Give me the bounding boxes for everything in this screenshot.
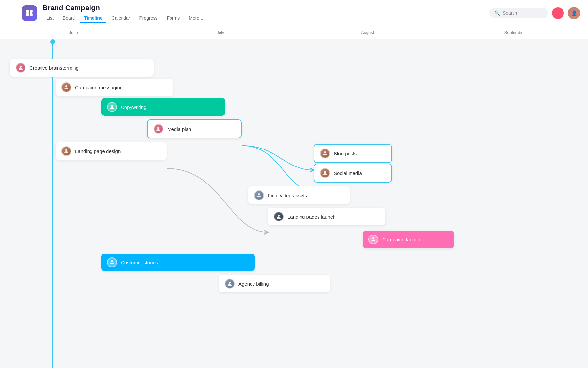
tab-forms[interactable]: Forms bbox=[163, 14, 184, 23]
svg-rect-3 bbox=[30, 13, 33, 16]
task-landing-page-design[interactable]: Landing page design bbox=[56, 142, 167, 160]
month-june: June bbox=[0, 26, 147, 39]
header: Brand Campaign List Board Timeline Calen… bbox=[0, 0, 588, 26]
task-label-customer: Customer stories bbox=[121, 260, 158, 265]
avatar-landing-design bbox=[61, 146, 71, 156]
avatar-media-plan bbox=[154, 124, 163, 134]
avatar-campaign-launch bbox=[368, 235, 378, 244]
header-actions: 🔍 Search + 👤 bbox=[489, 7, 580, 19]
task-campaign-messaging[interactable]: Campaign messaging bbox=[56, 79, 173, 96]
task-social-media[interactable]: Social media bbox=[314, 164, 392, 183]
task-media-plan[interactable]: Media plan bbox=[147, 119, 242, 138]
svg-point-9 bbox=[324, 151, 326, 153]
avatar-video bbox=[254, 190, 264, 200]
month-july: July bbox=[147, 26, 294, 39]
avatar-landing-launch bbox=[274, 212, 284, 221]
svg-point-5 bbox=[65, 85, 67, 87]
task-agency-billing[interactable]: Agency billing bbox=[219, 275, 330, 292]
task-label-messaging: Campaign messaging bbox=[75, 85, 122, 90]
tab-list[interactable]: List bbox=[42, 14, 57, 23]
search-icon: 🔍 bbox=[495, 10, 500, 16]
app-icon bbox=[22, 5, 37, 21]
tab-timeline[interactable]: Timeline bbox=[80, 14, 106, 23]
task-landing-launch[interactable]: Landing pages launch bbox=[268, 208, 385, 225]
avatar-customer bbox=[107, 257, 117, 267]
task-label-social: Social media bbox=[334, 170, 362, 176]
tab-calendar[interactable]: Calendar bbox=[108, 14, 134, 23]
svg-point-7 bbox=[157, 127, 159, 129]
avatar-messaging bbox=[61, 82, 71, 92]
svg-point-15 bbox=[229, 282, 231, 284]
svg-point-14 bbox=[111, 260, 113, 262]
task-label-agency: Agency billing bbox=[238, 281, 269, 287]
task-label-video: Final video assets bbox=[268, 193, 307, 198]
task-creative-brainstorming[interactable]: Creative brainstorming bbox=[10, 59, 154, 77]
avatar-blog bbox=[320, 149, 330, 158]
task-blog-posts[interactable]: Blog posts bbox=[314, 144, 392, 163]
grid-line-3 bbox=[441, 39, 441, 368]
avatar-creative bbox=[16, 63, 25, 73]
svg-point-11 bbox=[258, 193, 260, 195]
svg-rect-0 bbox=[26, 10, 29, 13]
task-label-media-plan: Media plan bbox=[167, 126, 191, 132]
search-box[interactable]: 🔍 Search bbox=[489, 8, 548, 18]
avatar-agency bbox=[225, 279, 235, 289]
svg-rect-2 bbox=[26, 13, 29, 16]
user-avatar[interactable]: 👤 bbox=[568, 7, 580, 19]
tab-progress[interactable]: Progress bbox=[136, 14, 162, 23]
task-label-copywriting: Copywriting bbox=[121, 104, 146, 110]
nav-tabs: List Board Timeline Calendar Progress Fo… bbox=[42, 14, 484, 23]
task-label-landing-launch: Landing pages launch bbox=[287, 214, 335, 219]
avatar-copywriting bbox=[107, 102, 117, 112]
svg-point-10 bbox=[324, 171, 326, 173]
task-label-campaign-launch: Campaign launch! bbox=[382, 237, 422, 242]
avatar-social bbox=[320, 168, 330, 178]
tab-board[interactable]: Board bbox=[59, 14, 79, 23]
project-title: Brand Campaign bbox=[42, 4, 484, 12]
app-icon-svg bbox=[25, 9, 34, 17]
task-copywriting[interactable]: Copywriting bbox=[101, 98, 225, 116]
timeline-vertical-line bbox=[52, 39, 53, 368]
svg-point-6 bbox=[111, 105, 113, 107]
month-august: August bbox=[294, 26, 441, 39]
task-customer-stories[interactable]: Customer stories bbox=[101, 254, 255, 271]
svg-point-13 bbox=[372, 237, 374, 239]
svg-point-4 bbox=[20, 66, 22, 68]
month-header: June July August September bbox=[0, 26, 588, 39]
task-label-landing-design: Landing page design bbox=[75, 149, 121, 154]
svg-point-12 bbox=[278, 215, 280, 217]
timeline-container: June July August September bbox=[0, 26, 588, 368]
task-campaign-launch[interactable]: Campaign launch! bbox=[363, 231, 454, 248]
add-button[interactable]: + bbox=[552, 7, 564, 19]
tab-more[interactable]: More... bbox=[185, 14, 207, 23]
task-label-blog: Blog posts bbox=[334, 151, 357, 156]
month-september: September bbox=[441, 26, 588, 39]
title-nav: Brand Campaign List Board Timeline Calen… bbox=[42, 4, 484, 23]
timeline-dot bbox=[50, 39, 55, 44]
svg-point-8 bbox=[65, 149, 67, 151]
hamburger-menu[interactable] bbox=[8, 9, 16, 17]
task-final-video[interactable]: Final video assets bbox=[248, 186, 350, 204]
task-label-creative: Creative brainstorming bbox=[29, 65, 79, 71]
avatar-face: 👤 bbox=[571, 10, 577, 16]
search-label: Search bbox=[503, 10, 517, 16]
svg-rect-1 bbox=[30, 10, 33, 13]
